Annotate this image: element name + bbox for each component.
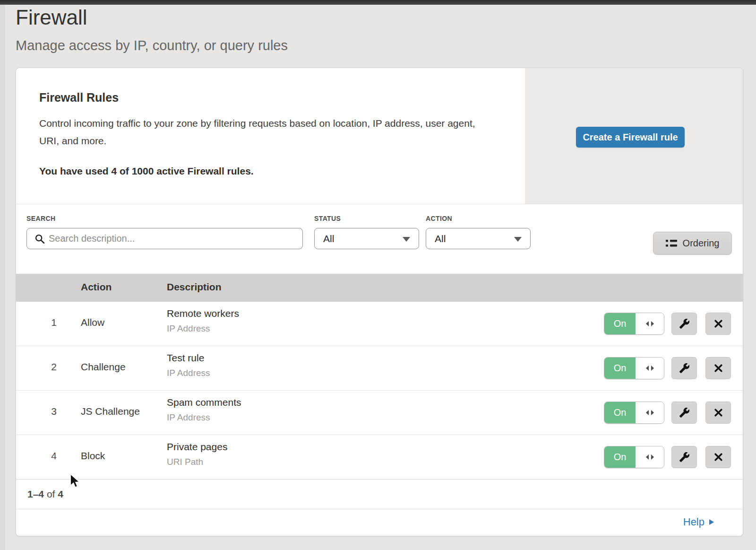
- rule-priority: 2: [43, 361, 64, 373]
- left-right-arrows-icon: [646, 410, 654, 416]
- toggle-handle: [636, 313, 664, 334]
- edit-rule-button[interactable]: [671, 313, 697, 335]
- ordering-button-label: Ordering: [683, 238, 720, 249]
- search-group: SEARCH: [26, 215, 303, 249]
- rule-match-type: IP Address: [167, 323, 239, 334]
- usage-note: You have used 4 of 1000 active Firewall …: [39, 166, 507, 177]
- wrench-icon: [679, 363, 690, 374]
- table-header: Action Description: [16, 274, 743, 302]
- toggle-on-segment: On: [604, 313, 636, 334]
- window-left-edge: [0, 5, 5, 550]
- toggle-handle: [636, 402, 664, 423]
- rule-priority: 4: [43, 450, 64, 462]
- delete-rule-button[interactable]: [705, 313, 731, 335]
- status-filter-group: STATUS All: [314, 215, 419, 249]
- rule-enabled-toggle[interactable]: On: [604, 313, 664, 335]
- rule-match-type: URI Path: [167, 457, 227, 467]
- rule-enabled-toggle[interactable]: On: [604, 402, 664, 424]
- status-select[interactable]: All: [314, 228, 419, 249]
- rule-description-title: Remote workers: [167, 308, 239, 319]
- rule-description-title: Private pages: [167, 441, 227, 453]
- wrench-icon: [679, 452, 690, 463]
- column-header-action: Action: [81, 281, 112, 293]
- action-select[interactable]: All: [426, 228, 531, 249]
- search-input[interactable]: [49, 229, 297, 248]
- table-row: 1 Allow Remote workers IP Address On: [16, 302, 743, 346]
- action-label: ACTION: [426, 215, 531, 222]
- edit-rule-button[interactable]: [671, 357, 697, 379]
- rule-description-title: Test rule: [167, 352, 210, 364]
- toggle-on-segment: On: [604, 402, 636, 423]
- close-icon: [714, 364, 723, 373]
- left-right-arrows-icon: [646, 454, 654, 460]
- rule-enabled-toggle[interactable]: On: [604, 446, 664, 468]
- ordering-button[interactable]: Ordering: [653, 232, 732, 255]
- edit-rule-button[interactable]: [671, 402, 697, 424]
- toggle-handle: [636, 358, 664, 379]
- table-row: 2 Challenge Test rule IP Address On: [16, 346, 743, 391]
- table-row: 4 Block Private pages URI Path On: [16, 435, 743, 480]
- rule-description: Spam comments IP Address: [167, 397, 241, 423]
- rule-enabled-toggle[interactable]: On: [604, 357, 664, 379]
- rule-priority: 3: [43, 406, 64, 417]
- rule-action: JS Challenge: [81, 406, 140, 417]
- ordered-list-icon: [666, 239, 677, 248]
- rule-description-title: Spam comments: [167, 397, 241, 408]
- section-heading: Firewall Rules: [39, 91, 507, 105]
- wrench-icon: [679, 407, 690, 418]
- rule-match-type: IP Address: [167, 412, 241, 423]
- rule-priority: 1: [43, 317, 64, 328]
- search-icon: [34, 234, 45, 244]
- help-bar: Help: [16, 509, 743, 536]
- wrench-icon: [679, 318, 690, 329]
- chevron-down-icon: [403, 237, 410, 242]
- pagination-range-mid: of: [44, 489, 58, 499]
- help-link-label: Help: [683, 516, 704, 528]
- pagination-range: 1–4 of 4: [27, 489, 63, 500]
- intro-section: Create a Firewall rule Firewall Rules Co…: [16, 68, 743, 204]
- delete-rule-button[interactable]: [705, 357, 731, 379]
- help-link[interactable]: Help: [683, 516, 714, 528]
- section-description: Control incoming traffic to your zone by…: [39, 114, 488, 149]
- window-top-edge: [0, 0, 756, 5]
- action-selected-value: All: [435, 233, 446, 244]
- pagination-range-end: 4: [58, 489, 63, 499]
- rules-table-body: 1 Allow Remote workers IP Address On: [16, 302, 743, 480]
- toggle-on-segment: On: [604, 446, 636, 468]
- intro-text-block: Firewall Rules Control incoming traffic …: [39, 91, 507, 177]
- left-right-arrows-icon: [646, 321, 654, 327]
- status-selected-value: All: [323, 233, 334, 244]
- create-firewall-rule-button[interactable]: Create a Firewall rule: [576, 127, 685, 148]
- status-label: STATUS: [314, 215, 419, 222]
- search-label: SEARCH: [26, 215, 303, 222]
- edit-rule-button[interactable]: [671, 446, 697, 468]
- toggle-handle: [636, 446, 664, 468]
- chevron-down-icon: [514, 237, 522, 242]
- delete-rule-button[interactable]: [705, 402, 731, 424]
- rule-description: Private pages URI Path: [167, 441, 227, 467]
- firewall-rules-card: Create a Firewall rule Firewall Rules Co…: [16, 68, 743, 536]
- triangle-right-icon: [709, 519, 714, 525]
- page-subtitle: Manage access by IP, country, or query r…: [16, 38, 288, 53]
- search-box: [26, 228, 303, 249]
- pagination-range-start: 1–4: [27, 489, 44, 499]
- rule-action: Challenge: [81, 361, 126, 373]
- close-icon: [714, 319, 723, 328]
- delete-rule-button[interactable]: [705, 446, 731, 468]
- table-row: 3 JS Challenge Spam comments IP Address …: [16, 391, 743, 435]
- action-filter-group: ACTION All: [426, 215, 531, 249]
- toggle-on-segment: On: [604, 358, 636, 379]
- rule-description: Test rule IP Address: [167, 352, 210, 378]
- close-icon: [714, 453, 723, 462]
- left-right-arrows-icon: [646, 365, 654, 371]
- filter-bar: SEARCH STATUS All ACTION All: [16, 204, 743, 274]
- close-icon: [714, 408, 723, 417]
- pagination-bar: 1–4 of 4: [16, 480, 743, 509]
- rule-action: Block: [81, 450, 105, 462]
- rule-match-type: IP Address: [167, 368, 210, 378]
- intro-action-panel: Create a Firewall rule: [525, 68, 743, 204]
- rule-action: Allow: [81, 317, 104, 328]
- rule-description: Remote workers IP Address: [167, 308, 239, 334]
- page-title: Firewall: [16, 6, 87, 29]
- column-header-description: Description: [167, 281, 222, 293]
